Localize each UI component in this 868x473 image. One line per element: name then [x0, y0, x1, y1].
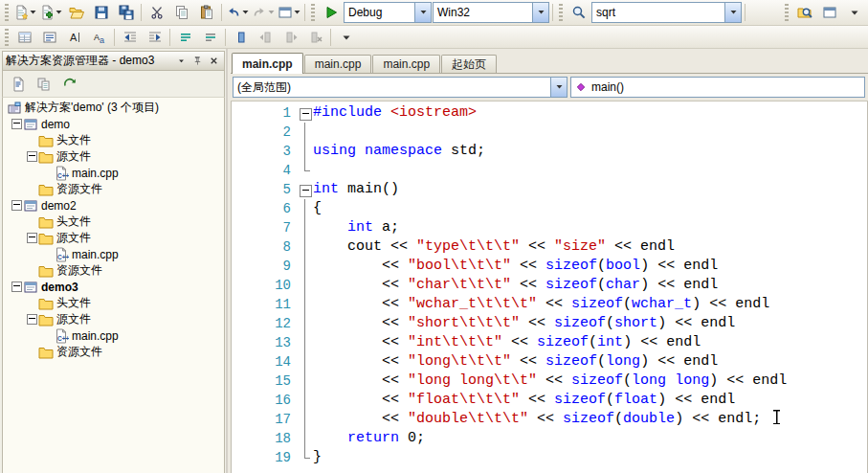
tree-item-main.cpp[interactable]: main.cpp — [3, 165, 224, 181]
code-line-17[interactable]: 17 << "double\t\t\t" << sizeof(double) <… — [232, 410, 867, 429]
tree-item-demo[interactable]: demo — [3, 116, 224, 132]
find-in-files-icon[interactable] — [792, 2, 816, 23]
toolbar-grip[interactable] — [311, 4, 315, 21]
tree-item-头文件[interactable]: 头文件 — [3, 214, 224, 230]
solution-configurations-dropdown-icon[interactable] — [414, 3, 431, 22]
display-word-completion-icon[interactable] — [87, 27, 111, 48]
solution-platforms-combo[interactable]: Win32 — [433, 2, 549, 23]
code-line-14[interactable]: 14 << "long\t\t\t" << sizeof(long) << en… — [232, 352, 867, 372]
open-file-icon[interactable] — [64, 2, 88, 23]
clear-bookmarks-icon[interactable] — [303, 27, 327, 48]
save-all-icon[interactable] — [114, 2, 138, 23]
auto-hide-pin-button[interactable] — [190, 55, 205, 68]
toolbar-grip[interactable] — [5, 4, 9, 21]
add-new-item-icon[interactable] — [38, 2, 63, 23]
find-combo-dropdown-icon[interactable] — [724, 3, 741, 22]
tree-expander-icon[interactable] — [26, 148, 38, 165]
document-tab-1[interactable]: main.cpp — [304, 55, 372, 73]
code-line-3[interactable]: 3using namespace std; — [232, 142, 867, 161]
code-line-11[interactable]: 11 << "wchar_t\t\t\t" << sizeof(wchar_t)… — [232, 295, 867, 314]
code-line-4[interactable]: 4 — [232, 161, 867, 180]
document-tab-0[interactable]: main.cpp — [232, 53, 303, 74]
command-window-icon[interactable] — [817, 2, 841, 23]
code-area[interactable]: 1#include <iostream>23using namespace st… — [231, 101, 868, 473]
tree-item-资源文件[interactable]: 资源文件 — [3, 262, 224, 279]
tree-item-demo2[interactable]: demo2 — [3, 197, 224, 214]
find-combo-combo[interactable]: sqrt — [591, 2, 742, 23]
properties-icon[interactable] — [6, 74, 30, 95]
code-line-15[interactable]: 15 << "long long\t\t" << sizeof(long lon… — [232, 372, 867, 391]
toolbar-grip[interactable] — [785, 4, 789, 21]
tree-item-头文件[interactable]: 头文件 — [3, 295, 224, 311]
code-line-12[interactable]: 12 << "short\t\t\t" << sizeof(short) << … — [232, 314, 867, 333]
code-line-13[interactable]: 13 << "int\t\t\t" << sizeof(int) << endl — [232, 333, 867, 352]
tree-item-demo3[interactable]: demo3 — [3, 279, 224, 295]
comment-selection-icon[interactable] — [173, 27, 197, 48]
code-line-1[interactable]: 1#include <iostream> — [232, 103, 867, 123]
redo-icon[interactable] — [251, 2, 276, 23]
uncomment-selection-icon[interactable] — [198, 27, 222, 48]
close-panel-button[interactable] — [207, 55, 221, 68]
document-tab-3[interactable]: 起始页 — [441, 55, 497, 73]
refresh-icon[interactable] — [57, 74, 81, 95]
tree-expander-icon[interactable] — [26, 311, 38, 327]
code-line-2[interactable]: 2 — [232, 123, 867, 142]
tree-expander-icon[interactable] — [26, 230, 38, 246]
tree-item-main.cpp[interactable]: main.cpp — [3, 327, 224, 344]
new-project-icon[interactable] — [12, 2, 37, 23]
tree-item-main.cpp[interactable]: main.cpp — [3, 246, 224, 262]
find-icon[interactable] — [567, 2, 590, 23]
start-debugging-icon[interactable] — [319, 2, 343, 23]
increase-indent-icon[interactable] — [143, 27, 167, 48]
scope-combo-dropdown-icon[interactable] — [550, 78, 567, 97]
display-parameter-info-icon[interactable] — [37, 27, 61, 48]
tree-expander-icon[interactable] — [11, 116, 23, 132]
code-line-7[interactable]: 7 int a; — [232, 218, 867, 237]
decrease-indent-icon[interactable] — [118, 27, 142, 48]
code-text: int main() — [313, 180, 399, 199]
code-line-5[interactable]: 5int main() — [232, 180, 867, 199]
fold-collapse-icon[interactable] — [300, 185, 312, 197]
tree-item-头文件[interactable]: 头文件 — [3, 132, 224, 148]
paste-icon[interactable] — [194, 2, 218, 23]
toolbar-grip[interactable] — [5, 29, 9, 46]
toggle-bookmark-icon[interactable] — [229, 27, 253, 48]
scope-combo[interactable]: (全局范围) — [233, 77, 568, 98]
display-quick-info-icon[interactable] — [62, 27, 86, 48]
document-tab-2[interactable]: main.cpp — [372, 55, 440, 73]
navigate-backward-icon[interactable] — [277, 2, 301, 23]
fold-collapse-icon[interactable] — [300, 108, 312, 121]
toolbar-options-icon[interactable] — [334, 27, 358, 48]
tree-item-源文件[interactable]: 源文件 — [3, 230, 224, 246]
display-object-member-list-icon[interactable] — [12, 27, 36, 48]
tree-item-资源文件[interactable]: 资源文件 — [3, 344, 224, 360]
tree-expander-icon[interactable] — [11, 197, 23, 214]
code-line-19[interactable]: 19} — [232, 448, 867, 467]
tree-item-解决方案'demo' (3 个项目)[interactable]: 解决方案'demo' (3 个项目) — [3, 100, 224, 116]
code-line-10[interactable]: 10 << "char\t\t\t" << sizeof(char) << en… — [232, 276, 867, 295]
undo-icon[interactable] — [225, 2, 250, 23]
solution-configurations-combo[interactable]: Debug — [344, 2, 432, 23]
fold-margin[interactable] — [298, 103, 313, 123]
save-icon[interactable] — [89, 2, 113, 23]
code-line-18[interactable]: 18 return 0; — [232, 429, 867, 448]
tree-item-资源文件[interactable]: 资源文件 — [3, 181, 224, 197]
member-combo[interactable]: main() — [570, 77, 865, 98]
tree-item-源文件[interactable]: 源文件 — [3, 311, 224, 327]
fold-margin[interactable] — [298, 180, 313, 199]
solution-platforms-dropdown-icon[interactable] — [532, 3, 548, 22]
code-line-6[interactable]: 6{ — [232, 199, 867, 218]
tree-item-源文件[interactable]: 源文件 — [3, 148, 224, 165]
show-all-files-icon[interactable] — [32, 74, 56, 95]
next-bookmark-icon[interactable] — [278, 27, 302, 48]
copy-icon[interactable] — [169, 2, 193, 23]
toolbar-grip[interactable] — [559, 4, 563, 21]
window-menu-button[interactable] — [174, 55, 189, 68]
toolbar-options-icon[interactable] — [842, 2, 866, 23]
code-line-8[interactable]: 8 cout << "type\t\t\t" << "size" << endl — [232, 237, 867, 257]
code-line-16[interactable]: 16 << "float\t\t\t" << sizeof(float) << … — [232, 391, 867, 410]
tree-expander-icon[interactable] — [11, 279, 23, 295]
cut-icon[interactable] — [145, 2, 168, 23]
code-line-9[interactable]: 9 << "bool\t\t\t" << sizeof(bool) << end… — [232, 257, 867, 276]
previous-bookmark-icon[interactable] — [254, 27, 278, 48]
